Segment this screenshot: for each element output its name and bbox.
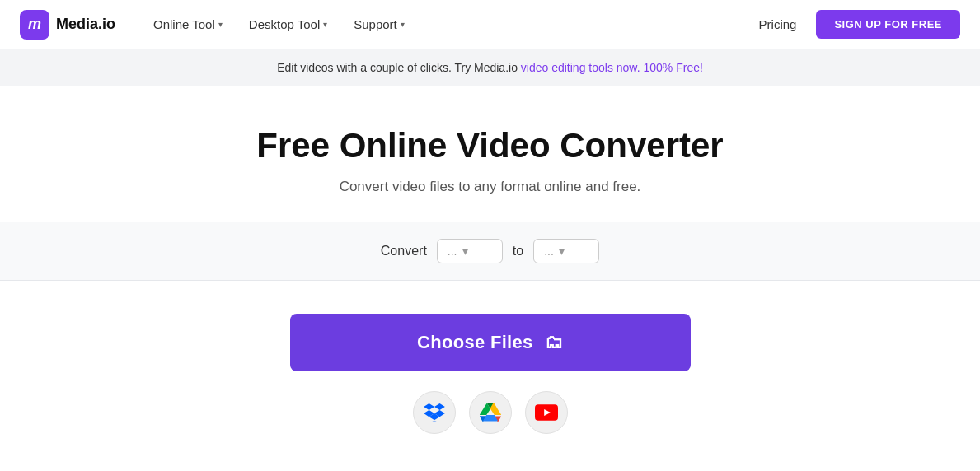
dropbox-button[interactable] bbox=[413, 391, 456, 434]
folder-icon: 🗂 bbox=[545, 332, 563, 353]
nav-item-desktop-tool[interactable]: Desktop Tool ▾ bbox=[237, 11, 339, 38]
promo-banner: Edit videos with a couple of clicks. Try… bbox=[0, 49, 980, 86]
cloud-icons bbox=[413, 391, 568, 434]
google-drive-button[interactable] bbox=[469, 391, 512, 434]
choose-files-label: Choose Files bbox=[417, 332, 533, 353]
nav-right: Pricing SIGN UP FOR FREE bbox=[759, 10, 960, 39]
youtube-icon bbox=[535, 404, 558, 421]
convert-controls: Convert ... ▾ to ... ▾ bbox=[0, 239, 980, 263]
banner-text: Edit videos with a couple of clicks. Try… bbox=[277, 61, 521, 74]
to-format-select[interactable]: ... ▾ bbox=[533, 239, 599, 263]
from-format-select[interactable]: ... ▾ bbox=[437, 239, 503, 263]
navbar: m Media.io Online Tool ▾ Desktop Tool ▾ … bbox=[0, 0, 980, 49]
chevron-down-icon: ▾ bbox=[462, 245, 468, 258]
banner-link[interactable]: video editing tools now. 100% Free! bbox=[521, 61, 703, 74]
chevron-down-icon: ▾ bbox=[559, 245, 565, 258]
pricing-link[interactable]: Pricing bbox=[759, 17, 797, 31]
to-label: to bbox=[513, 244, 523, 259]
youtube-button[interactable] bbox=[525, 391, 568, 434]
nav-item-support[interactable]: Support ▾ bbox=[342, 11, 416, 38]
svg-marker-0 bbox=[424, 403, 445, 410]
nav-menu: Online Tool ▾ Desktop Tool ▾ Support ▾ bbox=[142, 11, 759, 38]
page-title: Free Online Video Converter bbox=[20, 126, 960, 166]
choose-files-button[interactable]: Choose Files 🗂 bbox=[290, 314, 691, 371]
nav-item-online-tool[interactable]: Online Tool ▾ bbox=[142, 11, 234, 38]
hero-section: Free Online Video Converter Convert vide… bbox=[0, 86, 980, 222]
convert-label: Convert bbox=[381, 244, 427, 259]
signup-button[interactable]: SIGN UP FOR FREE bbox=[816, 10, 960, 39]
upload-section: Choose Files 🗂 bbox=[0, 281, 980, 460]
hero-subtitle: Convert video files to any format online… bbox=[20, 179, 960, 195]
chevron-down-icon: ▾ bbox=[218, 20, 223, 29]
svg-point-5 bbox=[432, 421, 436, 422]
logo[interactable]: m Media.io bbox=[20, 10, 115, 40]
converter-section: Convert ... ▾ to ... ▾ bbox=[0, 222, 980, 281]
logo-text: Media.io bbox=[56, 16, 115, 33]
logo-icon: m bbox=[20, 10, 49, 40]
dropbox-icon bbox=[424, 403, 445, 422]
chevron-down-icon: ▾ bbox=[323, 20, 327, 29]
google-drive-icon bbox=[480, 403, 501, 422]
chevron-down-icon: ▾ bbox=[401, 20, 405, 29]
